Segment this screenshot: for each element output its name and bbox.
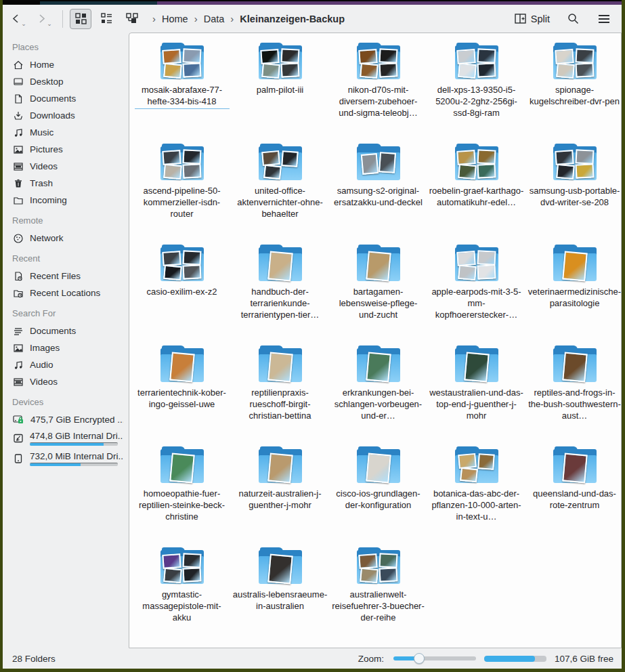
sidebar-item-label: Videos xyxy=(30,161,123,171)
folder-label: australienwelt-reisefuehrer-3-buecher-de… xyxy=(331,589,426,623)
folder-item-homoeopathie-fuer-reptilien-steinke-beck-christine[interactable]: homoeopathie-fuer-reptilien-steinke-beck… xyxy=(133,444,231,545)
folder-item-dell-xps-13-9350-i5-5200u-2-2ghz-256gi-ssd-8gi-ram[interactable]: dell-xps-13-9350-i5-5200u-2-2ghz-256gi-s… xyxy=(427,40,525,141)
folder-thumbnail xyxy=(562,251,588,282)
sidebar-item-label: Videos xyxy=(30,377,123,387)
folder-item-terrarientechnik-kober-ingo-geissel-uwe[interactable]: terrarientechnik-kober-ingo-geissel-uwe xyxy=(133,343,231,444)
sidebar-item-downloads[interactable]: Downloads xyxy=(11,107,125,124)
folder-icon xyxy=(160,547,204,584)
folder-thumbnail xyxy=(267,352,293,383)
folder-label: botanica-das-abc-der-pflanzen-10-000-art… xyxy=(429,488,524,522)
folder-icon xyxy=(160,43,204,79)
folder-item-casio-exilim-ex-z2[interactable]: casio-exilim-ex-z2 xyxy=(133,242,231,343)
split-button[interactable]: Split xyxy=(512,12,553,26)
folder-label: queensland-und-das-rote-zentrum xyxy=(527,488,622,511)
folder-item-westaustralien-und-das-top-end-j-guenther-j-mohr[interactable]: westaustralien-und-das-top-end-j-guenthe… xyxy=(427,343,525,444)
folder-item-ascend-pipeline-50-kommerzieller-isdn-router[interactable]: ascend-pipeline-50-kommerzieller-isdn-ro… xyxy=(133,141,231,242)
folder-icon xyxy=(553,446,597,483)
details-view-button[interactable] xyxy=(95,9,117,29)
sidebar-item-images[interactable]: Images xyxy=(11,339,125,356)
folder-item-botanica-das-abc-der-pflanzen-10-000-arten-in-text-u[interactable]: botanica-das-abc-der-pflanzen-10-000-art… xyxy=(427,444,525,545)
recent-folder-icon xyxy=(12,287,24,299)
sidebar-item-label: Desktop xyxy=(30,77,123,87)
sidebar-item-videos[interactable]: Videos xyxy=(11,158,125,175)
folder-icon xyxy=(259,345,302,382)
sidebar-item-pictures[interactable]: Pictures xyxy=(11,141,125,158)
folder-item-palm-pilot-iii[interactable]: palm-pilot-iii xyxy=(231,40,329,141)
search-button[interactable] xyxy=(562,9,584,29)
sidebar-item-documents[interactable]: Documents xyxy=(11,90,125,107)
folder-item-apple-earpods-mit-3-5-mm-kopfhoererstecker[interactable]: apple-earpods-mit-3-5-mm-kopfhoerersteck… xyxy=(427,242,525,343)
sidebar-item-label: Home xyxy=(30,60,123,70)
folder-item-cisco-ios-grundlagen-der-konfiguration[interactable]: cisco-ios-grundlagen-der-konfiguration xyxy=(329,444,427,545)
folder-thumbnail xyxy=(366,453,391,484)
folder-item-samsung-s2-original-ersatzakku-und-deckel[interactable]: samsung-s2-original-ersatzakku-und-decke… xyxy=(329,141,427,242)
sidebar-item-videos[interactable]: Videos xyxy=(11,373,125,390)
folder-item-roebelin-graef-karthago-automatikuhr-edel[interactable]: roebelin-graef-karthago-automatikuhr-ede… xyxy=(427,141,525,242)
sidebar-item-audio[interactable]: Audio xyxy=(11,356,125,373)
folder-item-handbuch-der-terrarienkunde-terrarientypen-tier[interactable]: handbuch-der-terrarienkunde-terrarientyp… xyxy=(231,242,329,343)
folder-item-mosaik-abrafaxe-77-hefte-334-bis-418[interactable]: mosaik-abrafaxe-77-hefte-334-bis-418 xyxy=(133,40,231,141)
sidebar-item-474-8-gib-internal-dri[interactable]: 474,8 GiB Internal Dri... xyxy=(11,428,125,448)
forward-history-caret[interactable]: ⌄ xyxy=(47,20,52,29)
folder-label: united-office-aktenvernichter-ohne-behae… xyxy=(233,185,328,219)
folder-item-erkrankungen-bei-schlangen-vorbeugen-und-er[interactable]: erkrankungen-bei-schlangen-vorbeugen-und… xyxy=(329,343,427,444)
folder-item-reptiles-and-frogs-in-the-bush-southwestern-aust[interactable]: reptiles-and-frogs-in-the-bush-southwest… xyxy=(525,343,622,444)
folder-thumbnail xyxy=(163,163,182,179)
drive-encrypted-icon xyxy=(12,414,24,425)
folder-item-reptilienpraxis-rueschoff-birgit-christian-bettina[interactable]: reptilienpraxis-rueschoff-birgit-christi… xyxy=(231,343,329,444)
sidebar-item-network[interactable]: Network xyxy=(11,230,125,247)
zoom-slider-handle[interactable] xyxy=(414,653,425,664)
folder-item-naturzeit-australien-j-guenther-j-mohr[interactable]: naturzeit-australien-j-guenther-j-mohr xyxy=(231,444,329,545)
sidebar-item-label: Downloads xyxy=(30,110,123,121)
sidebar-item-732-0-mib-internal-dri[interactable]: 732,0 MiB Internal Dri... xyxy=(11,448,125,469)
folder-item-queensland-und-das-rote-zentrum[interactable]: queensland-und-das-rote-zentrum xyxy=(525,444,622,545)
breadcrumb-item-kleinanzeigen-backup[interactable]: Kleinanzeigen-Backup xyxy=(238,12,347,26)
zoom-label: Zoom: xyxy=(358,654,384,664)
folder-thumbnail xyxy=(575,163,594,178)
dolphin-window: ⌄ ⌄ xyxy=(0,0,625,672)
folder-thumbnail xyxy=(464,352,490,383)
folder-thumbnail xyxy=(555,150,574,165)
folder-item-gymtastic-massagepistole-mit-akku[interactable]: gymtastic-massagepistole-mit-akku xyxy=(133,545,231,646)
disk-capacity-bar xyxy=(484,656,546,662)
sidebar-item-recent-files[interactable]: Recent Files xyxy=(11,268,125,285)
breadcrumb-item-home[interactable]: Home xyxy=(160,12,190,26)
back-history-caret[interactable]: ⌄ xyxy=(21,20,26,29)
sidebar-item-documents[interactable]: Documents xyxy=(11,322,125,339)
folder-icon xyxy=(160,345,204,382)
zoom-slider[interactable] xyxy=(393,653,476,664)
folder-item-australienwelt-reisefuehrer-3-buecher-der-reihe[interactable]: australienwelt-reisefuehrer-3-buecher-de… xyxy=(329,545,427,646)
sidebar-item-incoming[interactable]: Incoming xyxy=(11,192,125,209)
folder-thumbnail xyxy=(182,250,201,265)
folder-item-spionage-kugelschreiber-dvr-pen[interactable]: spionage-kugelschreiber-dvr-pen xyxy=(525,40,622,141)
device-capacity-bar xyxy=(30,442,118,446)
image-icon xyxy=(12,144,24,155)
zoom-slider-track[interactable] xyxy=(393,656,476,660)
sidebar-item-label: Documents xyxy=(30,93,123,104)
sidebar-item-475-7-gib-encrypted[interactable]: 475,7 GiB Encrypted ... xyxy=(11,411,125,428)
sidebar-item-recent-locations[interactable]: Recent Locations xyxy=(11,285,125,301)
sidebar-item-trash[interactable]: Trash xyxy=(11,175,125,192)
folder-icon xyxy=(259,144,302,180)
folder-thumbnail xyxy=(267,251,293,282)
icons-view-button[interactable] xyxy=(70,9,91,29)
sidebar-item-label: 475,7 GiB Encrypted ... xyxy=(30,415,123,425)
folder-icon xyxy=(455,144,498,180)
folder-item-united-office-aktenvernichter-ohne-behaelter[interactable]: united-office-aktenvernichter-ohne-behae… xyxy=(231,141,329,242)
folder-item-nikon-d70s-mit-diversem-zubehoer-und-sigma-teleobj[interactable]: nikon-d70s-mit-diversem-zubehoer-und-sig… xyxy=(329,40,427,141)
sidebar-item-home[interactable]: Home xyxy=(11,56,125,73)
folder-item-veterinaermedizinische-parasitologie[interactable]: veterinaermedizinische-parasitologie xyxy=(525,242,622,343)
tree-view-button[interactable] xyxy=(121,9,143,29)
back-button[interactable]: ⌄ xyxy=(8,9,30,29)
folder-item-australis-lebensraeume-in-australien[interactable]: australis-lebensraeume-in-australien xyxy=(231,545,329,646)
folder-item-bartagamen-lebensweise-pflege-und-zucht[interactable]: bartagamen-lebensweise-pflege-und-zucht xyxy=(329,242,427,343)
sidebar-item-desktop[interactable]: Desktop xyxy=(11,73,125,90)
sidebar-item-music[interactable]: Music xyxy=(11,124,125,141)
forward-button[interactable]: ⌄ xyxy=(34,9,56,29)
folder-item-samsung-usb-portable-dvd-writer-se-208[interactable]: samsung-usb-portable-dvd-writer-se-208 xyxy=(525,141,622,242)
menu-button[interactable] xyxy=(593,9,615,29)
folder-thumbnail xyxy=(280,62,299,77)
folder-thumbnail xyxy=(358,553,377,569)
breadcrumb-item-data[interactable]: Data xyxy=(202,12,227,26)
folder-thumbnail xyxy=(378,152,395,173)
